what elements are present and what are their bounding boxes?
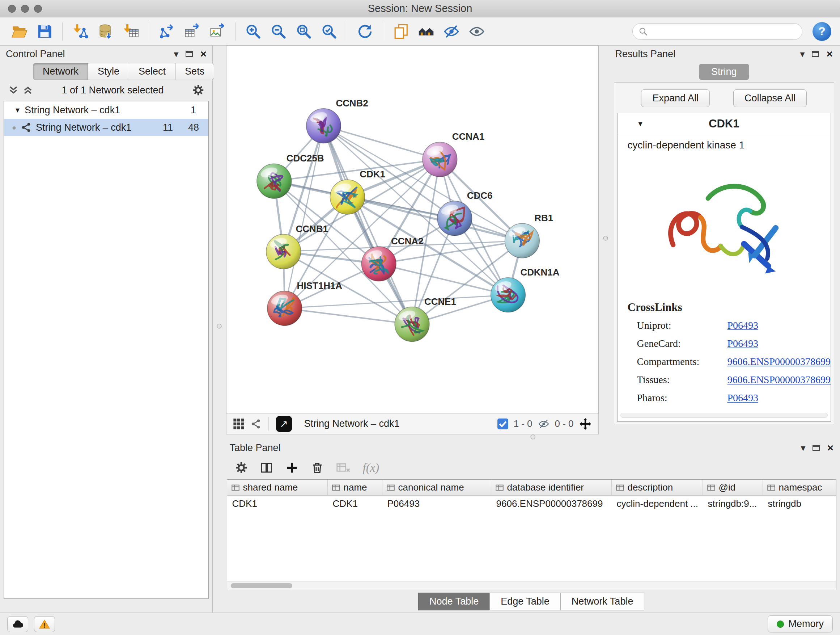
panel-menu-icon[interactable]: ▾ — [174, 49, 178, 59]
import-table-from-file-button[interactable] — [120, 20, 141, 43]
cell-name[interactable]: CDK1 — [328, 496, 382, 511]
column-header[interactable]: name — [328, 480, 382, 495]
network-edge[interactable] — [379, 264, 508, 295]
collapse-all-icon[interactable] — [22, 85, 33, 96]
network-node-CCNA1[interactable] — [422, 142, 457, 177]
apply-layout-button[interactable] — [355, 20, 376, 43]
save-session-button[interactable] — [34, 20, 55, 43]
cell-namespace[interactable]: stringdb — [763, 496, 836, 511]
move-crosshair-icon[interactable] — [579, 417, 592, 431]
zoom-selected-button[interactable] — [319, 20, 340, 43]
search-input[interactable] — [652, 26, 796, 37]
tab-select[interactable]: Select — [129, 63, 175, 80]
hide-selected-button[interactable] — [441, 20, 462, 43]
gene-section-header[interactable]: ▾ CDK1 — [617, 113, 831, 134]
delete-column-icon[interactable] — [311, 461, 324, 474]
splitter-handle[interactable] — [217, 324, 222, 329]
tab-node-table[interactable]: Node Table — [418, 593, 490, 610]
tab-network-table[interactable]: Network Table — [561, 593, 645, 610]
crosslink-compartments[interactable]: 9606.ENSP00000378699 — [728, 356, 831, 367]
cloud-status-button[interactable] — [7, 616, 28, 632]
tree-expander-icon[interactable]: ▾ — [16, 105, 19, 115]
annotation-mode-button[interactable]: ↗ — [276, 416, 292, 432]
network-node-HIST1H1A[interactable] — [267, 291, 302, 326]
vertical-splitter[interactable] — [213, 46, 226, 613]
close-window-button[interactable] — [8, 5, 16, 13]
expand-all-icon[interactable] — [8, 85, 19, 96]
panel-menu-icon[interactable]: ▾ — [801, 443, 805, 453]
float-panel-icon[interactable] — [813, 445, 820, 451]
network-node-CDKN1A[interactable] — [491, 278, 525, 312]
column-header[interactable]: namespac — [763, 480, 836, 495]
close-panel-icon[interactable]: × — [826, 49, 833, 59]
tab-network[interactable]: Network — [33, 63, 88, 80]
network-node-CCNE1[interactable] — [395, 307, 429, 342]
crosslink-tissues[interactable]: 9606.ENSP00000378699 — [728, 374, 831, 386]
home-view-button[interactable] — [416, 20, 437, 43]
crosslink-uniprot[interactable]: P06493 — [728, 320, 831, 331]
splitter-handle[interactable] — [603, 236, 608, 241]
network-edge[interactable] — [324, 126, 439, 160]
function-builder-button[interactable]: f(x) — [363, 461, 379, 475]
network-node-CDC25B[interactable] — [256, 164, 291, 198]
tab-sets[interactable]: Sets — [175, 63, 214, 80]
close-panel-icon[interactable]: × — [200, 49, 207, 59]
section-expander-icon[interactable]: ▾ — [638, 119, 643, 128]
close-panel-icon[interactable]: × — [827, 442, 834, 453]
network-share-icon[interactable] — [250, 418, 261, 429]
import-network-from-database-button[interactable] — [95, 20, 116, 43]
network-canvas[interactable]: CCNB2CCNA1CDC25BCDK1CDC6RB1CCNB1CCNA2CDK… — [226, 46, 599, 413]
column-header[interactable]: database identifier — [491, 480, 612, 495]
birds-eye-view-icon[interactable] — [233, 418, 245, 430]
scrollbar-thumb[interactable] — [231, 583, 292, 588]
network-edge[interactable] — [284, 309, 412, 325]
network-node-RB1[interactable] — [505, 223, 539, 258]
panel-menu-icon[interactable]: ▾ — [800, 49, 805, 59]
hidden-eye-slash-icon[interactable] — [538, 418, 550, 429]
crosslink-pharos[interactable]: P06493 — [728, 392, 831, 404]
column-header[interactable]: shared name — [227, 480, 328, 495]
network-edge[interactable] — [324, 126, 412, 325]
collapse-all-button[interactable]: Collapse All — [733, 89, 807, 107]
network-row-selected[interactable]: ● String Network – cdk1 11 48 — [4, 119, 208, 136]
show-columns-icon[interactable] — [260, 461, 273, 474]
crosslink-genecard[interactable]: P06493 — [728, 338, 831, 349]
network-graph[interactable]: CCNB2CCNA1CDC25BCDK1CDC6RB1CCNB1CCNA2CDK… — [226, 46, 598, 413]
cell-id[interactable]: stringdb:9... — [703, 496, 763, 511]
minimize-window-button[interactable] — [21, 5, 29, 13]
float-panel-icon[interactable] — [186, 51, 193, 57]
cell-description[interactable]: cyclin-dependent ... — [612, 496, 703, 511]
cell-database-identifier[interactable]: 9606.ENSP00000378699 — [491, 496, 612, 511]
network-collection-row[interactable]: ▾ String Network – cdk1 1 — [4, 101, 208, 119]
tab-edge-table[interactable]: Edge Table — [489, 593, 561, 610]
splitter-handle[interactable] — [531, 435, 535, 440]
gear-icon[interactable] — [192, 84, 204, 96]
zoom-fit-button[interactable] — [294, 20, 314, 43]
cell-canonical-name[interactable]: P06493 — [382, 496, 491, 511]
network-node-CCNA2[interactable] — [362, 247, 396, 281]
float-panel-icon[interactable] — [812, 51, 819, 57]
column-header[interactable]: canonical name — [382, 480, 491, 495]
network-node-CDK1[interactable] — [330, 180, 365, 214]
add-column-icon[interactable] — [286, 461, 298, 474]
horizontal-splitter[interactable] — [226, 434, 840, 440]
cell-shared-name[interactable]: CDK1 — [227, 496, 328, 511]
zoom-in-button[interactable] — [243, 20, 264, 43]
selected-checkbox-icon[interactable] — [497, 418, 508, 429]
help-button[interactable]: ? — [813, 22, 831, 41]
results-scrollbar[interactable] — [621, 413, 828, 418]
network-node-CDC6[interactable] — [437, 201, 472, 236]
export-image-button[interactable] — [207, 20, 228, 43]
network-node-CCNB1[interactable] — [266, 234, 301, 269]
show-all-button[interactable] — [466, 20, 487, 43]
export-network-button[interactable] — [156, 20, 177, 43]
clone-network-button[interactable] — [390, 20, 411, 43]
warnings-button[interactable] — [34, 616, 55, 632]
tab-style[interactable]: Style — [88, 63, 129, 80]
table-row[interactable]: CDK1 CDK1 P06493 9606.ENSP00000378699 cy… — [227, 496, 836, 511]
gear-icon[interactable] — [235, 461, 248, 474]
open-session-button[interactable] — [9, 20, 30, 43]
import-network-from-file-button[interactable] — [70, 20, 91, 43]
expand-all-button[interactable]: Expand All — [641, 89, 710, 107]
column-header[interactable]: description — [612, 480, 703, 495]
